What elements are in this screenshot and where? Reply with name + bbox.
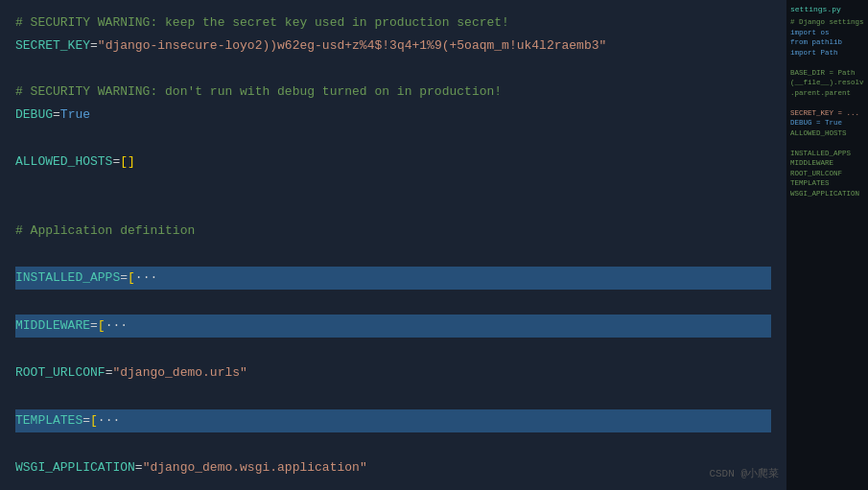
sidebar-line-1: # Django settings bbox=[790, 17, 864, 28]
empty-line-9 bbox=[15, 433, 771, 456]
sidebar-line-8: .parent.parent bbox=[790, 88, 864, 99]
empty-line-8 bbox=[15, 385, 771, 408]
sidebar-line-11: DEBUG = True bbox=[790, 118, 864, 128]
sidebar-line-6: BASE_DIR = Path bbox=[790, 68, 864, 79]
code-line-wsgi: WSGI_APPLICATION = "django_demo.wsgi.app… bbox=[15, 456, 771, 479]
str-urlconf-value: "django_demo.urls" bbox=[112, 362, 246, 384]
code-line-4: # SECURITY WARNING: don't run with debug… bbox=[15, 81, 771, 104]
ellipsis-1: ··· bbox=[135, 268, 157, 289]
code-line-1: # SECURITY WARNING: keep the secret key … bbox=[15, 12, 771, 35]
ellipsis-3: ··· bbox=[98, 410, 120, 432]
str-secret-value: "django-insecure-loyo2))w62eg-usd+z%4$!3… bbox=[98, 35, 607, 57]
sidebar-line-17: TEMPLATES bbox=[790, 178, 864, 189]
var-debug: DEBUG bbox=[15, 105, 53, 126]
ellipsis-2: ··· bbox=[106, 315, 128, 337]
code-line-7: ALLOWED_HOSTS = [ ] bbox=[15, 151, 771, 174]
code-editor: # SECURITY WARNING: keep the secret key … bbox=[0, 0, 786, 490]
op-5: = bbox=[90, 315, 98, 337]
empty-line-7 bbox=[15, 338, 771, 362]
templates-row[interactable]: TEMPLATES = [ ··· bbox=[15, 409, 771, 432]
installed-apps-row[interactable]: INSTALLED_APPS = [ ··· bbox=[15, 267, 771, 290]
sidebar-line-10: SECRET_KEY = ... bbox=[790, 108, 864, 119]
op-3: = bbox=[112, 152, 120, 173]
bracket-close-1: ] bbox=[128, 152, 135, 173]
sidebar-line-15: MIDDLEWARE bbox=[790, 158, 864, 169]
var-wsgi: WSGI_APPLICATION bbox=[15, 457, 135, 478]
var-installed-apps: INSTALLED_APPS bbox=[15, 268, 120, 289]
bracket-open-3: [ bbox=[98, 315, 106, 337]
empty-line-2 bbox=[15, 127, 771, 150]
code-content: # SECURITY WARNING: keep the secret key … bbox=[15, 12, 771, 479]
bracket-open-2: [ bbox=[128, 268, 135, 289]
bracket-open-4: [ bbox=[90, 410, 98, 432]
code-line-root-urlconf: ROOT_URLCONF = "django_demo.urls" bbox=[15, 362, 771, 385]
empty-line-4 bbox=[15, 197, 771, 220]
empty-line-5 bbox=[15, 243, 771, 266]
sidebar-line-5 bbox=[790, 58, 864, 68]
sidebar-line-13 bbox=[790, 138, 864, 149]
op-4: = bbox=[120, 268, 128, 289]
op-6: = bbox=[106, 362, 113, 384]
var-templates: TEMPLATES bbox=[15, 410, 82, 432]
sidebar-line-4: import Path bbox=[790, 48, 864, 58]
op-1: = bbox=[90, 35, 98, 57]
op-2: = bbox=[53, 105, 60, 126]
sidebar-line-16: ROOT_URLCONF bbox=[790, 169, 864, 179]
sidebar-title: settings.py bbox=[790, 4, 864, 14]
middleware-row[interactable]: MIDDLEWARE = [ ··· bbox=[15, 315, 771, 338]
op-7: = bbox=[82, 410, 90, 432]
comment-text-1: # SECURITY WARNING: keep the secret key … bbox=[15, 12, 509, 34]
bracket-open-1: [ bbox=[120, 152, 128, 173]
sidebar-panel: settings.py # Django settings import os … bbox=[786, 0, 868, 490]
comment-text-2: # SECURITY WARNING: don't run with debug… bbox=[15, 82, 502, 103]
sidebar-line-2: import os bbox=[790, 28, 864, 38]
sidebar-line-18: WSGI_APPLICATION bbox=[790, 189, 864, 199]
code-line-5: DEBUG = True bbox=[15, 104, 771, 127]
empty-line-1 bbox=[15, 58, 771, 81]
code-line-10: # Application definition bbox=[15, 220, 771, 243]
sidebar-line-12: ALLOWED_HOSTS bbox=[790, 128, 864, 139]
sidebar-line-9 bbox=[790, 98, 864, 108]
watermark: CSDN @小爬菜 bbox=[709, 466, 779, 480]
empty-line-3 bbox=[15, 174, 771, 197]
code-line-2: SECRET_KEY = "django-insecure-loyo2))w62… bbox=[15, 35, 771, 58]
var-allowed-hosts: ALLOWED_HOSTS bbox=[15, 152, 112, 173]
str-wsgi-value: "django_demo.wsgi.application" bbox=[143, 457, 367, 478]
var-root-urlconf: ROOT_URLCONF bbox=[15, 362, 106, 384]
comment-text-3: # Application definition bbox=[15, 221, 195, 242]
empty-line-6 bbox=[15, 291, 771, 314]
sidebar-line-7: (__file__).resolve bbox=[790, 78, 864, 88]
var-middleware: MIDDLEWARE bbox=[15, 315, 90, 337]
sidebar-line-14: INSTALLED_APPS bbox=[790, 149, 864, 159]
val-true: True bbox=[60, 105, 90, 126]
var-secret-key: SECRET_KEY bbox=[15, 35, 90, 57]
sidebar-line-3: from pathlib bbox=[790, 37, 864, 48]
op-8: = bbox=[135, 457, 143, 478]
